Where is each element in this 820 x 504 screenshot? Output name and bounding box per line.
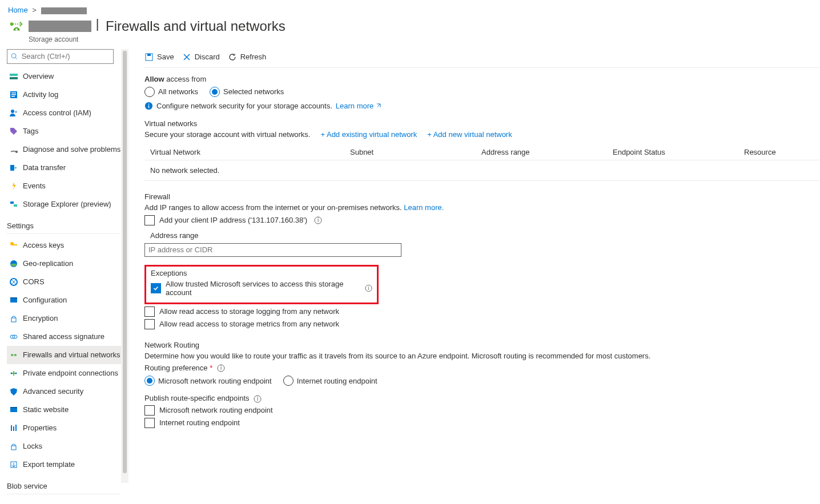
sidebar-scrollbar[interactable] xyxy=(121,49,128,483)
storage-account-icon xyxy=(8,17,25,34)
sidebar-item-storage-explorer[interactable]: Storage Explorer (preview) xyxy=(7,195,128,213)
toolbar: Save Discard Refresh xyxy=(144,49,820,67)
sidebar-search[interactable] xyxy=(7,49,114,64)
add-new-vnet-link[interactable]: + Add new virtual network xyxy=(427,130,512,139)
info-icon[interactable]: i xyxy=(217,364,225,372)
radio-all-networks[interactable] xyxy=(144,87,155,97)
divider: | xyxy=(96,17,99,31)
sidebar-item-encryption[interactable]: Encryption xyxy=(7,309,128,328)
activity-log-icon xyxy=(9,90,18,99)
sidebar-item-properties[interactable]: Properties xyxy=(7,419,128,437)
tags-icon xyxy=(9,127,18,136)
checkbox-trusted-services[interactable] xyxy=(151,283,161,293)
sidebar-item-access-control[interactable]: Access control (IAM) xyxy=(7,104,128,122)
checkbox-publish-ms-label: Microsoft network routing endpoint xyxy=(159,406,273,414)
sidebar: « Overview Activity log Access control (… xyxy=(0,49,128,497)
svg-rect-31 xyxy=(10,407,17,408)
svg-rect-38 xyxy=(147,54,151,56)
breadcrumb-home[interactable]: Home xyxy=(8,6,28,14)
storage-explorer-icon xyxy=(9,200,18,209)
info-icon[interactable]: i xyxy=(254,395,262,403)
routing-desc: Determine how you would like to route yo… xyxy=(144,352,820,360)
sidebar-item-advanced-security[interactable]: Advanced security xyxy=(7,382,128,401)
firewall-learn-more-link[interactable]: Learn more. xyxy=(404,203,444,212)
radio-internet-routing-label: Internet routing endpoint xyxy=(297,377,377,385)
info-configure-security: Configure network security for your stor… xyxy=(144,102,820,110)
address-range-col: Address range xyxy=(144,228,820,243)
add-existing-vnet-link[interactable]: + Add existing virtual network xyxy=(320,130,417,139)
save-icon xyxy=(144,53,154,62)
radio-internet-routing[interactable] xyxy=(283,376,294,386)
save-button[interactable]: Save xyxy=(144,53,174,62)
col-resource: Resource xyxy=(744,148,814,156)
lock-icon xyxy=(9,314,18,323)
checkbox-client-ip-label: Add your client IP address ('131.107.160… xyxy=(159,216,307,224)
svg-rect-9 xyxy=(11,96,15,97)
vnet-table: Virtual Network Subnet Address range End… xyxy=(144,144,820,181)
checkbox-metrics[interactable] xyxy=(144,319,155,329)
sidebar-item-geo-replication[interactable]: Geo-replication xyxy=(7,255,128,273)
svg-rect-15 xyxy=(14,204,17,207)
vnet-desc: Secure your storage account with virtual… xyxy=(144,130,310,139)
vnet-empty-row: No network selected. xyxy=(144,160,820,181)
checkbox-logging-label: Allow read access to storage logging fro… xyxy=(159,307,339,316)
info-icon[interactable]: i xyxy=(314,216,322,224)
access-control-icon xyxy=(9,108,18,118)
sidebar-item-events[interactable]: Events xyxy=(7,177,128,195)
col-address-range: Address range xyxy=(481,148,613,156)
sidebar-item-activity-log[interactable]: Activity log xyxy=(7,86,128,104)
radio-ms-routing[interactable] xyxy=(144,376,155,386)
svg-rect-33 xyxy=(13,426,14,431)
checkbox-metrics-label: Allow read access to storage metrics fro… xyxy=(159,320,339,328)
discard-button[interactable]: Discard xyxy=(182,53,220,62)
svg-rect-13 xyxy=(10,165,14,171)
svg-text:i: i xyxy=(368,285,369,291)
sidebar-item-access-keys[interactable]: Access keys xyxy=(7,236,128,255)
learn-more-link[interactable]: Learn more xyxy=(336,102,381,110)
sidebar-section-blob: Blob service xyxy=(7,482,128,490)
export-icon xyxy=(9,460,18,469)
sidebar-item-export-template[interactable]: Export template xyxy=(7,455,128,474)
page-header: | Firewalls and virtual networks Storage… xyxy=(0,17,820,49)
sidebar-divider xyxy=(7,233,120,234)
vnet-heading: Virtual networks xyxy=(144,119,820,128)
sidebar-item-firewalls[interactable]: Firewalls and virtual networks xyxy=(7,346,128,364)
publish-endpoints-row: Publish route-specific endpoints i xyxy=(144,394,820,403)
info-icon[interactable]: i xyxy=(365,284,372,292)
sidebar-item-overview[interactable]: Overview xyxy=(7,67,128,86)
checkbox-client-ip[interactable] xyxy=(144,215,155,225)
sidebar-item-locks[interactable]: Locks xyxy=(7,437,128,455)
toolbar-divider xyxy=(144,67,820,68)
checkbox-publish-ms[interactable] xyxy=(144,405,155,416)
sidebar-item-private-endpoint[interactable]: Private endpoint connections xyxy=(7,364,128,382)
sidebar-item-sas[interactable]: Shared access signature xyxy=(7,328,128,346)
svg-text:i: i xyxy=(257,396,258,402)
breadcrumb-resource-redacted xyxy=(41,7,87,14)
checkbox-logging[interactable] xyxy=(144,307,155,317)
sidebar-item-cors[interactable]: CORS xyxy=(7,273,128,291)
refresh-button[interactable]: Refresh xyxy=(228,53,267,62)
svg-rect-14 xyxy=(10,201,14,204)
sidebar-item-diagnose[interactable]: Diagnose and solve problems xyxy=(7,140,128,159)
sidebar-item-static-website[interactable]: Static website xyxy=(7,401,128,419)
checkbox-publish-inet[interactable] xyxy=(144,418,155,428)
publish-endpoints-label: Publish route-specific endpoints xyxy=(144,394,250,402)
svg-rect-20 xyxy=(10,299,17,303)
sidebar-item-data-transfer[interactable]: Data transfer xyxy=(7,159,128,177)
events-icon xyxy=(9,182,18,191)
sidebar-item-configuration[interactable]: Configuration xyxy=(7,291,128,309)
svg-text:i: i xyxy=(220,365,222,371)
resource-type-label: Storage account xyxy=(29,35,286,43)
radio-selected-networks[interactable] xyxy=(210,87,220,97)
svg-text:i: i xyxy=(317,217,319,223)
ip-address-input[interactable] xyxy=(144,243,401,257)
svg-point-28 xyxy=(11,372,13,374)
refresh-icon xyxy=(228,53,237,62)
sidebar-item-tags[interactable]: Tags xyxy=(7,122,128,140)
svg-rect-35 xyxy=(11,446,16,450)
external-link-icon xyxy=(376,103,381,108)
col-subnet: Subnet xyxy=(350,148,481,156)
properties-icon xyxy=(9,424,18,433)
search-input[interactable] xyxy=(21,51,110,61)
firewall-desc: Add IP ranges to allow access from the i… xyxy=(144,203,820,212)
